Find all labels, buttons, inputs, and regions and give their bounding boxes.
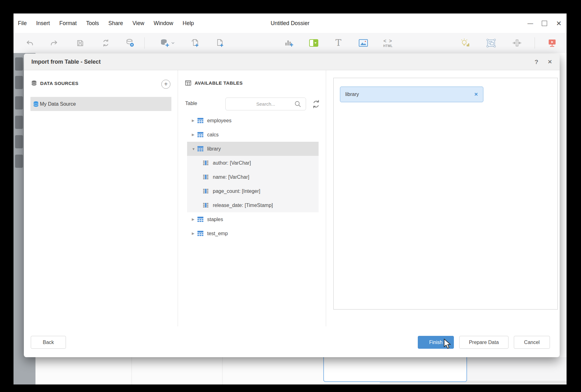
table-search-input[interactable] — [226, 98, 306, 110]
table-name: staples — [207, 217, 223, 222]
insert-selector-button[interactable] — [307, 33, 320, 53]
menu-bar: File Insert Format Tools Share View Wind… — [13, 13, 567, 33]
menu-window[interactable]: Window — [154, 20, 173, 27]
background-canvas — [35, 357, 567, 384]
table-name: calcs — [207, 132, 218, 138]
presentation-button[interactable] — [545, 33, 559, 53]
insert-page-template-button[interactable] — [188, 33, 202, 53]
selected-tables-panel: library ✕ — [333, 78, 558, 310]
page-template-add-icon — [191, 39, 199, 47]
mouse-cursor — [443, 338, 452, 349]
canvas-divider — [222, 357, 223, 384]
presentation-icon — [548, 39, 557, 47]
insert-image-button[interactable] — [356, 33, 370, 53]
minimize-button[interactable]: — — [527, 20, 533, 26]
group-objects-button[interactable] — [484, 33, 498, 53]
my-data-source-icon — [33, 101, 39, 107]
prepare-data-button[interactable]: Prepare Data — [459, 336, 508, 349]
fit-contents-button[interactable] — [510, 33, 524, 53]
chevron-down-icon[interactable]: ▼ — [192, 147, 196, 151]
chip-label: library — [345, 92, 474, 97]
cancel-button[interactable]: Cancel — [514, 336, 550, 349]
undo-icon — [26, 39, 34, 47]
chevron-right-icon[interactable]: ▶ — [192, 133, 196, 137]
insert-html-button[interactable]: < > HTML — [381, 33, 395, 53]
menu-share[interactable]: Share — [108, 20, 123, 27]
dialog-close-button[interactable]: ✕ — [548, 59, 552, 65]
table-row-library[interactable]: ▼ library — [187, 142, 319, 156]
chevron-right-icon[interactable]: ▶ — [192, 119, 196, 123]
insights-button[interactable] — [458, 33, 472, 53]
html-icon: < > HTML — [383, 38, 393, 48]
toolbar: T < > HTML — [13, 33, 567, 53]
dialog-header: Import from Table - Select ? ✕ — [24, 54, 560, 70]
available-tables-label: AVAILABLE TABLES — [195, 80, 243, 86]
column-row-release-date[interactable]: release_date: [TimeStamp] — [187, 198, 319, 212]
toolbar-divider — [535, 37, 535, 49]
insert-visualization-button[interactable] — [282, 33, 296, 53]
database-status-icon — [126, 39, 134, 47]
close-window-button[interactable]: ✕ — [556, 20, 562, 27]
data-source-item[interactable]: My Data Source — [30, 97, 171, 111]
background-panel-button — [15, 76, 23, 89]
column-icon — [203, 161, 208, 165]
canvas-divider — [132, 357, 132, 384]
maximize-button[interactable] — [542, 21, 547, 26]
search-icon — [294, 101, 301, 108]
chip-remove-icon[interactable]: ✕ — [474, 92, 478, 97]
column-name: release_date: [TimeStamp] — [213, 203, 273, 208]
menu-help[interactable]: Help — [183, 20, 194, 27]
table-name: employees — [207, 118, 231, 124]
table-row-staples[interactable]: ▶ staples — [187, 212, 319, 226]
page-add-icon — [215, 39, 224, 47]
dialog-title: Import from Table - Select — [31, 59, 101, 65]
column-name: page_count: [Integer] — [213, 188, 260, 194]
add-data-icon — [160, 39, 170, 47]
toolbar-divider — [144, 37, 145, 49]
table-row-calcs[interactable]: ▶ calcs — [187, 128, 319, 142]
column-row-page-count[interactable]: page_count: [Integer] — [187, 184, 319, 198]
chevron-right-icon[interactable]: ▶ — [192, 231, 196, 236]
insert-text-button[interactable]: T — [331, 33, 345, 53]
fit-contents-icon — [512, 39, 522, 47]
available-tables-icon — [185, 80, 191, 86]
refresh-tables-icon[interactable] — [311, 99, 321, 109]
html-label: HTML — [383, 44, 393, 48]
table-icon — [197, 146, 203, 151]
save-icon — [76, 39, 84, 47]
insights-bulb-icon — [460, 38, 470, 48]
table-row-test-emp[interactable]: ▶ test_emp — [187, 226, 319, 241]
table-row-employees[interactable]: ▶ employees — [187, 114, 319, 128]
menu-file[interactable]: File — [18, 20, 27, 27]
menu-tools[interactable]: Tools — [86, 20, 99, 27]
table-icon — [197, 132, 203, 137]
chart-add-icon — [284, 39, 293, 47]
column-row-author[interactable]: author: [VarChar] — [187, 156, 319, 170]
undo-button[interactable] — [23, 33, 37, 53]
table-search — [225, 98, 306, 110]
background-panel-button — [15, 116, 23, 129]
available-tables-header: AVAILABLE TABLES — [185, 80, 243, 86]
insert-page-button[interactable] — [213, 33, 227, 53]
column-icon — [203, 175, 208, 179]
back-button[interactable]: Back — [31, 336, 66, 349]
column-row-name[interactable]: name: [VarChar] — [187, 170, 319, 184]
panel-divider — [326, 70, 326, 326]
save-button[interactable] — [73, 33, 87, 53]
column-name: author: [VarChar] — [213, 160, 251, 166]
refresh-icon — [102, 39, 110, 47]
redo-button[interactable] — [47, 33, 61, 53]
help-button[interactable]: ? — [535, 59, 538, 66]
add-data-button[interactable] — [158, 33, 177, 53]
selected-table-chip[interactable]: library ✕ — [340, 87, 483, 102]
menu-format[interactable]: Format — [59, 20, 77, 27]
menu-insert[interactable]: Insert — [36, 20, 50, 27]
table-name: test_emp — [207, 231, 228, 236]
refresh-button[interactable] — [99, 33, 113, 53]
chevron-right-icon[interactable]: ▶ — [192, 217, 196, 221]
menu-view[interactable]: View — [132, 20, 144, 27]
add-data-source-button[interactable]: + — [161, 80, 170, 89]
column-icon — [203, 203, 208, 208]
add-data-chevron-icon — [171, 42, 175, 44]
database-status-button[interactable] — [123, 33, 137, 53]
